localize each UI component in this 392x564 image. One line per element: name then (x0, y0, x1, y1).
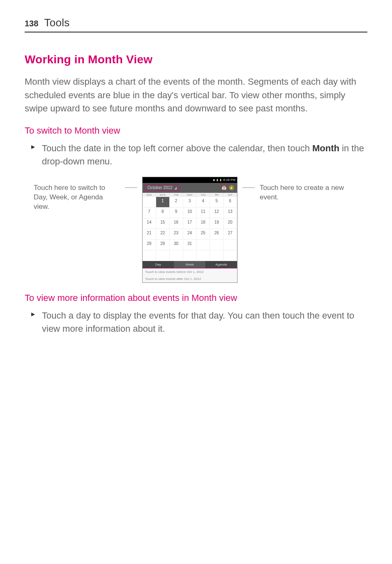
plus-icon: + (228, 185, 235, 191)
annotation-right: Touch here to create a new event. (260, 177, 350, 202)
status-bar: 8:18 PM (143, 177, 237, 183)
month-switcher[interactable]: October 2012 ◢ (145, 185, 220, 191)
calendar-cell[interactable]: 13 (224, 208, 237, 218)
bullet-list: Touch a day to display the events for th… (25, 309, 367, 336)
bullet-text-pre: Touch the date in the top left corner ab… (42, 143, 312, 153)
calendar-cell[interactable]: 27 (224, 229, 237, 240)
figure: Touch here to switch to Day, Week, or Ag… (34, 177, 367, 283)
section-body: Month view displays a chart of the event… (25, 75, 367, 116)
calendar-cell[interactable]: 22 (156, 229, 170, 240)
signal-icon (213, 178, 215, 182)
weekday-label: SUN (143, 193, 156, 197)
calendar-cell[interactable] (143, 250, 156, 261)
status-time: 8:18 PM (223, 178, 235, 182)
weekday-label: THU (196, 193, 210, 197)
tab-week[interactable]: Week (174, 261, 206, 268)
calendar-cell[interactable]: 2 (170, 197, 183, 208)
running-header: 138 Tools (25, 16, 367, 32)
wifi-icon (217, 178, 218, 182)
calendar-cell[interactable]: 16 (170, 218, 183, 229)
bullet-list: Touch the date in the top left corner ab… (25, 142, 367, 169)
hint-after[interactable]: Touch to view events after Oct 1, 2012 (143, 275, 237, 282)
tab-day[interactable]: Day (143, 261, 174, 268)
connector-line-right (242, 187, 255, 188)
calendar-cell[interactable] (143, 197, 156, 208)
section-heading-working-month-view: Working in Month View (25, 53, 367, 66)
calendar-cell[interactable] (183, 250, 197, 261)
calendar-cell[interactable]: 29 (156, 240, 170, 250)
hint-before[interactable]: Touch to view events before Oct 1, 2012 (143, 268, 237, 275)
today-icon[interactable]: 📅 (220, 185, 228, 190)
weekday-label: TUE (170, 193, 183, 197)
calendar-cell[interactable]: 12 (210, 208, 224, 218)
calendar-cell[interactable]: 1 (156, 197, 170, 208)
weekday-label: SAT (224, 193, 237, 197)
calendar-cell[interactable]: 7 (143, 208, 156, 218)
calendar-cell[interactable]: 21 (143, 229, 156, 240)
calendar-cell[interactable] (156, 250, 170, 261)
page: 138 Tools Working in Month View Month vi… (0, 0, 392, 361)
calendar-cell[interactable] (196, 250, 210, 261)
calendar-cell[interactable]: 6 (224, 197, 237, 208)
calendar-cell[interactable]: 10 (183, 208, 197, 218)
calendar-cell[interactable]: 30 (170, 240, 183, 250)
calendar-cell[interactable] (224, 250, 237, 261)
calendar-cell[interactable]: 15 (156, 218, 170, 229)
dropdown-triangle-icon: ◢ (174, 186, 177, 190)
calendar-cell[interactable]: 17 (183, 218, 197, 229)
calendar-grid[interactable]: 1234567891011121314151617181920212223242… (143, 197, 237, 261)
annotation-left: Touch here to switch to Day, Week, or Ag… (34, 177, 120, 212)
weekday-header: SUN MON TUE WED THU FRI SAT (143, 193, 237, 197)
calendar-cell[interactable] (224, 240, 237, 250)
calendar-cell[interactable]: 14 (143, 218, 156, 229)
calendar-cell[interactable]: 9 (170, 208, 183, 218)
calendar-cell[interactable]: 5 (210, 197, 224, 208)
view-tabs: Day Week Agenda (143, 261, 237, 268)
calendar-cell[interactable] (170, 250, 183, 261)
tab-agenda[interactable]: Agenda (205, 261, 237, 268)
calendar-cell[interactable] (210, 250, 224, 261)
calendar-cell[interactable]: 19 (210, 218, 224, 229)
calendar-cell[interactable]: 23 (170, 229, 183, 240)
weekday-label: FRI (210, 193, 224, 197)
calendar-cell[interactable]: 3 (183, 197, 197, 208)
battery-icon (220, 178, 221, 182)
calendar-cell[interactable]: 20 (224, 218, 237, 229)
calendar-cell[interactable]: 24 (183, 229, 197, 240)
calendar-cell[interactable]: 18 (196, 218, 210, 229)
calendar-cell[interactable]: 25 (196, 229, 210, 240)
page-number: 138 (25, 19, 38, 28)
bullet-item: Touch the date in the top left corner ab… (42, 142, 367, 169)
page-title: Tools (44, 16, 69, 29)
calendar-cell[interactable]: 8 (156, 208, 170, 218)
weekday-label: WED (183, 193, 197, 197)
calendar-cell[interactable]: 4 (196, 197, 210, 208)
calendar-cell[interactable] (210, 240, 224, 250)
calendar-cell[interactable] (196, 240, 210, 250)
calendar-cell[interactable]: 26 (210, 229, 224, 240)
phone-screenshot: 8:18 PM October 2012 ◢ 📅 + SUN MON TUE (142, 177, 238, 283)
connector-line-left (125, 187, 137, 188)
app-bar: October 2012 ◢ 📅 + (143, 183, 237, 193)
bullet-item: Touch a day to display the events for th… (42, 309, 367, 336)
add-event-button[interactable]: + (228, 185, 235, 191)
calendar-cell[interactable]: 28 (143, 240, 156, 250)
subheading-view-more-info: To view more information about events in… (25, 293, 367, 303)
calendar-cell[interactable]: 31 (183, 240, 197, 250)
calendar-cell[interactable]: 11 (196, 208, 210, 218)
weekday-label: MON (156, 193, 170, 197)
month-label: October 2012 (148, 185, 173, 190)
subheading-switch-month-view: To switch to Month view (25, 125, 367, 136)
bullet-text-bold: Month (312, 143, 339, 153)
